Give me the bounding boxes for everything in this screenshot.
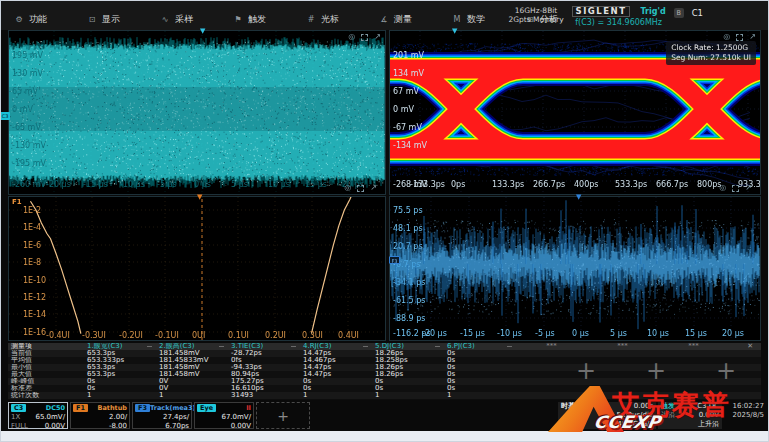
menu-item-label: 测量 — [394, 13, 412, 26]
measurement-value: 14.47ps — [300, 364, 372, 371]
trigger-position-marker[interactable]: ▼ — [200, 28, 205, 34]
f3-level-marker[interactable]: F3 — [389, 256, 400, 264]
fullscreen-icon[interactable] — [357, 185, 364, 192]
menu-item-label: 触发 — [248, 13, 266, 26]
measurement-value: 0s — [300, 385, 372, 392]
menu-item-acquire[interactable]: ∿采样 — [160, 13, 233, 26]
eye-diagram-panel: ◎ ↗ ◎ ↗ Clock Rate: 1.2500G Seg Num: 27.… — [389, 30, 761, 195]
empty-cell — [587, 392, 658, 399]
channel-param-value: 27.4ps/ — [163, 413, 189, 421]
trigger-box[interactable]: 触发C3 DC边沿0.00V上升沿 — [658, 402, 722, 429]
channel-badge: F1 — [73, 404, 88, 412]
siglent-logo: SIGLENT — [572, 6, 631, 17]
measurement-value: 18.258ps — [372, 357, 444, 364]
export-icon[interactable]: ↗ — [374, 33, 381, 41]
measurement-value: 1 — [372, 392, 444, 399]
add-measurement-button[interactable]: + — [646, 357, 666, 385]
empty-measurement-header[interactable]: *** — [658, 343, 729, 350]
measurement-value: 0V — [156, 385, 228, 392]
b-badge[interactable]: B — [674, 8, 684, 18]
menu-item-trigger[interactable]: ⚑触发 — [233, 13, 306, 26]
measurement-value: 1 — [84, 392, 156, 399]
measurement-column-header-6[interactable]: 6.PJ(C3) — [444, 343, 516, 350]
empty-cell — [658, 392, 729, 399]
measurement-value: 0s — [444, 364, 516, 371]
empty-cell — [658, 350, 729, 357]
timebase-box[interactable]: 时基0.00s5.00µs/div40.0GSa/s — [558, 402, 656, 429]
camera-icon[interactable]: ◎ — [719, 184, 726, 192]
track-trigger-marker[interactable]: ▼ — [576, 194, 581, 200]
table-close-button[interactable]: ✕ — [729, 343, 761, 350]
measurement-value: 80.94ps — [228, 371, 300, 378]
fullscreen-icon[interactable] — [361, 34, 368, 41]
export-icon[interactable]: ↗ — [370, 184, 377, 192]
measurement-column-header-5[interactable]: 5.DJ(C3) — [372, 343, 444, 350]
trigger-type: 边沿 — [661, 411, 675, 420]
measurement-value: 653.3ps — [84, 350, 156, 357]
time: 16:02:27 — [724, 402, 764, 411]
channel-param-value: 6.70ps — [165, 422, 189, 430]
measurement-value: 0s — [444, 357, 516, 364]
add-channel-button[interactable]: + — [256, 402, 310, 429]
camera-icon[interactable]: ◎ — [344, 184, 351, 192]
measurement-column-header-4[interactable]: 4.RJ(C3) — [300, 343, 372, 350]
waveform-panel: ◎ ↗ ◎ ↗ — [8, 30, 386, 195]
channel-c1-label[interactable]: C1 — [692, 8, 703, 18]
measurement-value: 0s — [372, 378, 444, 385]
measurement-value: 0s — [84, 378, 156, 385]
timebase-scale: 5.00µs/div — [616, 411, 653, 420]
tie-track-canvas[interactable] — [390, 197, 760, 340]
empty-measurement-header[interactable]: *** — [587, 343, 658, 350]
measurement-column-header-3[interactable]: 3.TIE(C3) — [228, 343, 300, 350]
fullscreen-icon[interactable] — [732, 185, 739, 192]
add-measurement-button[interactable]: + — [716, 357, 736, 385]
measurement-value: 181.458mV — [156, 371, 228, 378]
measurement-value: 181.45833mV — [156, 357, 228, 364]
c3-level-marker[interactable]: C3 — [0, 112, 10, 120]
table-header-row: 测量项1.眼宽(C3)2.眼高(C3)3.TIE(C3)4.RJ(C3)5.DJ… — [8, 343, 761, 350]
measurement-value: 0s — [84, 385, 156, 392]
timebase-delay: 0.00s — [634, 402, 653, 411]
seg-num-readout: Seg Num: 27.510k UI — [671, 53, 751, 63]
channel-box-f1[interactable]: F1Bathtub2.00/-8.00 — [70, 402, 130, 429]
bathtub-canvas[interactable] — [9, 197, 385, 340]
measurement-value: 653.333ps — [84, 357, 156, 364]
export-icon[interactable]: ↗ — [745, 184, 752, 192]
channel-box-c3[interactable]: C3DC501X65.0mV/FULL0.00V — [8, 402, 68, 429]
camera-icon[interactable]: ◎ — [348, 33, 355, 41]
measurement-value: 0V — [156, 378, 228, 385]
channel-box-f3[interactable]: F3Track(mea3)27.4ps/6.70ps — [132, 402, 192, 429]
menu-item-measure[interactable]: ∡测量 — [379, 13, 452, 26]
measurement-value: 18.26ps — [372, 364, 444, 371]
measurement-value: 0s — [444, 371, 516, 378]
add-measurement-button[interactable]: + — [576, 357, 596, 385]
bathtub-center-marker[interactable]: ▼ — [197, 194, 202, 200]
menu-item-function[interactable]: ⚙功能 — [14, 13, 87, 26]
channel-box-eye[interactable]: EyeII67.0mV/0.00V — [194, 402, 254, 429]
table-row: 当前值653.3ps181.458mV-28.72ps14.47ps18.26p… — [8, 350, 761, 357]
channel-tag: Track(mea3) — [150, 404, 196, 412]
f1-trace-label: F1 — [12, 198, 22, 206]
menu-item-display[interactable]: ⊡显示 — [87, 13, 160, 26]
measurement-value: 0s — [444, 350, 516, 357]
measurement-column-header-1[interactable]: 1.眼宽(C3) — [84, 343, 156, 350]
waveform-canvas[interactable] — [9, 31, 385, 194]
channel-param-value: 2.00/ — [109, 413, 127, 421]
fullscreen-icon[interactable] — [736, 34, 743, 41]
gear-icon: ⚙ — [14, 15, 24, 24]
export-icon[interactable]: ↗ — [749, 33, 756, 41]
channel-tag: II — [246, 404, 251, 412]
trigger-level: 0.00V — [699, 411, 719, 420]
channel-badge: F3 — [135, 404, 150, 412]
menu-item-cursors[interactable]: #光标 — [306, 13, 379, 26]
frequency-readout: f(C3) = 314.9606MHz — [575, 18, 662, 27]
stat-row-label: 峰-峰值 — [8, 378, 84, 385]
empty-measurement-header[interactable]: *** — [516, 343, 587, 350]
camera-icon[interactable]: ◎ — [723, 33, 730, 41]
measurement-value: 0s — [444, 385, 516, 392]
measurement-value: 31493 — [228, 392, 300, 399]
measurement-column-header-2[interactable]: 2.眼高(C3) — [156, 343, 228, 350]
measurement-value: 18.26ps — [372, 371, 444, 378]
eye-trigger-marker[interactable]: ▼ — [452, 28, 457, 34]
channel-badge: Eye — [197, 404, 216, 412]
